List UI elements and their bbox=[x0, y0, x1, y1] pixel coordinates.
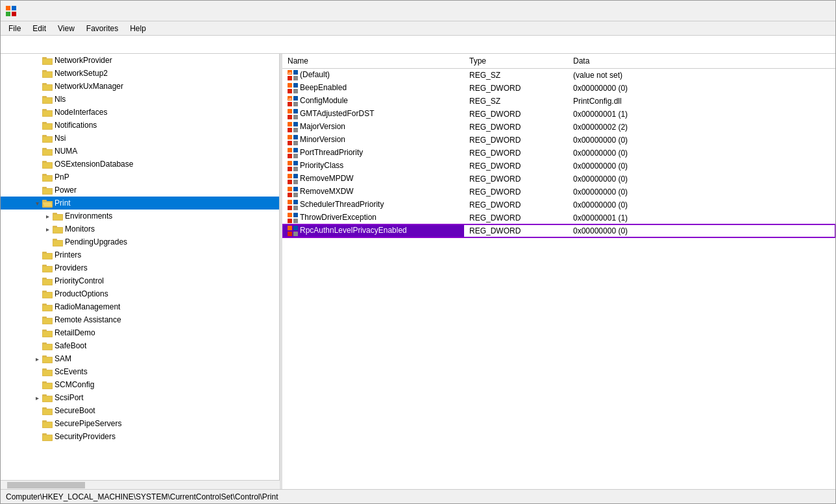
tree-item-label: Environments bbox=[65, 211, 112, 221]
tree-item[interactable]: NetworkProvider bbox=[1, 54, 279, 67]
tree-item[interactable]: RadioManagement bbox=[1, 300, 279, 313]
svg-rect-159 bbox=[288, 180, 292, 184]
tree-expander[interactable]: ▸ bbox=[32, 354, 42, 364]
svg-rect-35 bbox=[43, 150, 52, 155]
svg-rect-168 bbox=[293, 206, 298, 210]
tree-item[interactable]: PendingUpgrades bbox=[1, 235, 279, 248]
registry-data: PrintConfig.dll bbox=[568, 95, 835, 108]
registry-row[interactable]: SchedulerThreadPriorityREG_DWORD0x000000… bbox=[282, 198, 835, 211]
menu-favorites[interactable]: Favorites bbox=[81, 23, 123, 34]
tree-item[interactable]: SecureBoot bbox=[1, 404, 279, 417]
registry-row[interactable]: RemoveMPDWREG_DWORD0x00000000 (0) bbox=[282, 173, 835, 186]
minimize-button[interactable] bbox=[741, 1, 770, 21]
registry-row[interactable]: MinorVersionREG_DWORD0x00000000 (0) bbox=[282, 134, 835, 147]
menu-file[interactable]: File bbox=[3, 23, 26, 34]
registry-row[interactable]: PortThreadPriorityREG_DWORD0x00000000 (0… bbox=[282, 147, 835, 160]
menu-help[interactable]: Help bbox=[125, 23, 151, 34]
tree-item[interactable]: ▸ ScsiPort bbox=[1, 391, 279, 404]
svg-rect-23 bbox=[43, 111, 52, 116]
registry-row[interactable]: PriorityClassREG_DWORD0x00000000 (0) bbox=[282, 160, 835, 173]
tree-item[interactable]: NodeInterfaces bbox=[1, 106, 279, 119]
tree-item[interactable]: SCMConfig bbox=[1, 378, 279, 391]
folder-icon bbox=[53, 237, 63, 246]
registry-row[interactable]: MajorVersionREG_DWORD0x00000002 (2) bbox=[282, 121, 835, 134]
tree-item[interactable]: Printers bbox=[1, 248, 279, 261]
folder-icon bbox=[42, 263, 53, 272]
folder-icon bbox=[42, 341, 53, 350]
registry-row[interactable]: ThrowDriverExceptionREG_DWORD0x00000001 … bbox=[282, 211, 835, 224]
registry-name: ab (Default) bbox=[282, 69, 464, 82]
status-bar: Computer\HKEY_LOCAL_MACHINE\SYSTEM\Curre… bbox=[1, 489, 835, 503]
tree-item[interactable]: ▾ Print bbox=[1, 197, 279, 210]
tree-item[interactable]: ScEvents bbox=[1, 365, 279, 378]
registry-row[interactable]: ab ConfigModuleREG_SZPrintConfig.dll bbox=[282, 95, 835, 108]
svg-rect-167 bbox=[288, 206, 292, 210]
svg-rect-140 bbox=[293, 115, 298, 119]
svg-rect-176 bbox=[293, 232, 298, 236]
tree-item[interactable]: ▸ SAM bbox=[1, 352, 279, 365]
tree-expander[interactable]: ▸ bbox=[42, 211, 53, 221]
tree-item[interactable]: PnP bbox=[1, 171, 279, 184]
tree-item[interactable]: NUMA bbox=[1, 145, 279, 158]
svg-rect-110 bbox=[43, 396, 52, 402]
registry-name: PriorityClass bbox=[282, 160, 464, 173]
svg-rect-134 bbox=[288, 102, 292, 106]
svg-text:ab: ab bbox=[288, 97, 292, 101]
tree-item[interactable]: Providers bbox=[1, 261, 279, 274]
registry-type: REG_DWORD bbox=[464, 211, 568, 224]
tree-item-label: PendingUpgrades bbox=[65, 237, 127, 246]
tree-item[interactable]: SecurityProviders bbox=[1, 430, 279, 443]
registry-row[interactable]: RemoveMXDWREG_DWORD0x00000000 (0) bbox=[282, 186, 835, 198]
tree-item[interactable]: Notifications bbox=[1, 119, 279, 132]
tree-item[interactable]: Nsi bbox=[1, 132, 279, 145]
svg-rect-106 bbox=[43, 383, 52, 389]
svg-rect-155 bbox=[288, 167, 292, 171]
tree-hscroll[interactable] bbox=[1, 480, 280, 489]
hscroll-thumb[interactable] bbox=[7, 482, 85, 488]
tree-item[interactable]: PriorityControl bbox=[1, 274, 279, 287]
col-name: Name bbox=[282, 54, 464, 69]
svg-rect-31 bbox=[43, 137, 52, 142]
close-button[interactable] bbox=[800, 1, 830, 21]
registry-row[interactable]: RpcAuthnLevelPrivacyEnabledREG_DWORD0x00… bbox=[282, 224, 835, 237]
tree-item[interactable]: RetailDemo bbox=[1, 326, 279, 339]
registry-row[interactable]: ab (Default)REG_SZ(value not set) bbox=[282, 69, 835, 82]
tree-item[interactable]: NetworkUxManager bbox=[1, 80, 279, 93]
tree-expander[interactable]: ▸ bbox=[32, 392, 42, 403]
tree-item[interactable]: ▸ Environments bbox=[1, 210, 279, 222]
tree-expander[interactable]: ▾ bbox=[32, 198, 42, 208]
tree-item[interactable]: ▸ Monitors bbox=[1, 222, 279, 235]
svg-rect-153 bbox=[288, 161, 292, 165]
svg-rect-141 bbox=[288, 122, 292, 126]
tree-item[interactable]: Nls bbox=[1, 93, 279, 106]
svg-rect-175 bbox=[288, 232, 292, 236]
menu-view[interactable]: View bbox=[53, 23, 80, 34]
maximize-button[interactable] bbox=[770, 1, 800, 21]
folder-icon bbox=[42, 82, 53, 91]
svg-rect-102 bbox=[43, 370, 52, 376]
tree-item[interactable]: NetworkSetup2 bbox=[1, 67, 279, 80]
svg-rect-122 bbox=[43, 435, 52, 440]
tree-item[interactable]: Remote Assistance bbox=[1, 313, 279, 326]
tree-item-label: Providers bbox=[55, 263, 88, 272]
registry-type: REG_DWORD bbox=[464, 198, 568, 211]
tree-item[interactable]: SecurePipeServers bbox=[1, 417, 279, 430]
svg-rect-58 bbox=[53, 228, 62, 233]
registry-values-pane[interactable]: Name Type Data ab (Default)REG_SZ(value … bbox=[282, 54, 835, 490]
tree-item[interactable]: Power bbox=[1, 184, 279, 197]
svg-rect-170 bbox=[293, 213, 298, 217]
tree-item[interactable]: OSExtensionDatabase bbox=[1, 158, 279, 171]
menu-edit[interactable]: Edit bbox=[27, 23, 51, 34]
tree-expander[interactable]: ▸ bbox=[42, 224, 53, 234]
tree-item-label: Nsi bbox=[55, 134, 66, 143]
folder-icon bbox=[42, 198, 53, 208]
tree-item[interactable]: ProductOptions bbox=[1, 287, 279, 300]
registry-name: ThrowDriverException bbox=[282, 211, 464, 224]
registry-row[interactable]: BeepEnabledREG_DWORD0x00000000 (0) bbox=[282, 82, 835, 95]
tree-item-label: SecureBoot bbox=[55, 406, 95, 415]
registry-row[interactable]: GMTAdjustedForDSTREG_DWORD0x00000001 (1) bbox=[282, 108, 835, 121]
folder-icon bbox=[42, 432, 53, 441]
tree-item-label: OSExtensionDatabase bbox=[55, 160, 133, 169]
tree-item[interactable]: SafeBoot bbox=[1, 339, 279, 352]
tree-pane[interactable]: NetworkProvider NetworkSetup2 NetworkUxM… bbox=[1, 54, 280, 490]
